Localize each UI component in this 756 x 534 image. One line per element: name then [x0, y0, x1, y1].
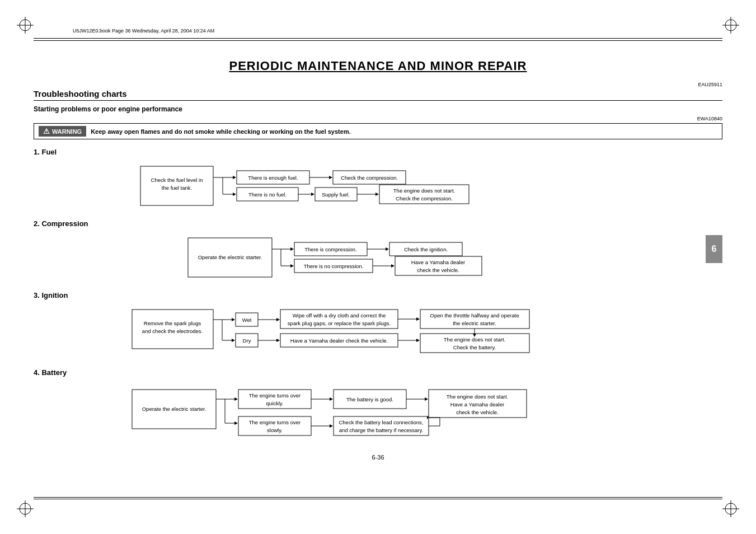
svg-text:and charge the battery if nece: and charge the battery if necessary.	[339, 427, 422, 433]
svg-marker-29	[311, 193, 314, 196]
svg-text:The engine turns over: The engine turns over	[248, 392, 300, 399]
svg-text:slowly.: slowly.	[267, 427, 283, 433]
svg-text:Check the compression.: Check the compression.	[341, 175, 398, 181]
section-heading: Troubleshooting charts	[34, 89, 722, 101]
svg-text:Check the battery lead connect: Check the battery lead connections,	[339, 419, 423, 425]
svg-text:Have a Yamaha dealer check the: Have a Yamaha dealer check the vehicle.	[290, 338, 387, 344]
svg-text:and check the electrodes.: and check the electrodes.	[142, 328, 202, 334]
chapter-tab: 6	[706, 235, 722, 263]
warning-triangle-icon: ⚠	[43, 127, 50, 135]
reg-mark-tl	[17, 17, 34, 34]
bottom-line	[34, 497, 722, 498]
svg-text:There is compression.: There is compression.	[304, 246, 356, 252]
warning-box: ⚠ WARNING Keep away open flames and do n…	[34, 123, 722, 139]
svg-text:There is no fuel.: There is no fuel.	[248, 191, 286, 198]
svg-marker-70	[416, 317, 420, 321]
svg-text:The engine does not start.: The engine does not start.	[393, 188, 454, 194]
svg-marker-44	[386, 247, 389, 251]
svg-text:Have a Yamaha dealer: Have a Yamaha dealer	[411, 259, 464, 265]
svg-text:check the vehicle.: check the vehicle.	[417, 267, 459, 273]
ewa-ref: EWA10840	[34, 116, 722, 121]
battery-title: 4. Battery	[34, 368, 722, 377]
svg-text:spark plug gaps, or replace th: spark plug gaps, or replace the spark pl…	[287, 320, 390, 326]
svg-marker-98	[330, 397, 333, 401]
svg-text:The engine does not start.: The engine does not start.	[446, 394, 508, 400]
svg-marker-114	[330, 424, 333, 428]
svg-text:the fuel tank.: the fuel tank.	[161, 185, 191, 191]
page-number: 6-36	[34, 454, 722, 461]
svg-marker-40	[290, 247, 294, 251]
svg-text:Remove the spark plugs: Remove the spark plugs	[143, 320, 201, 326]
fuel-flowchart: Check the fuel level in the fuel tank. T…	[135, 161, 622, 211]
svg-text:There is enough fuel.: There is enough fuel.	[248, 175, 298, 181]
svg-text:The engine does not start.: The engine does not start.	[443, 336, 505, 343]
svg-marker-33	[375, 193, 379, 196]
svg-marker-76	[232, 339, 235, 342]
warning-label: ⚠ WARNING	[39, 126, 86, 137]
svg-marker-16	[233, 176, 236, 179]
svg-marker-109	[234, 421, 238, 425]
svg-marker-53	[391, 264, 395, 268]
svg-text:Check the fuel level in: Check the fuel level in	[151, 177, 203, 183]
battery-diagram: 4. Battery Operate the electric starter.…	[34, 368, 722, 443]
svg-marker-65	[276, 318, 280, 321]
reg-mark-bl	[17, 500, 34, 517]
svg-text:Operate the electric starter.: Operate the electric starter.	[198, 254, 262, 260]
svg-text:Check the ignition.: Check the ignition.	[403, 246, 447, 252]
ignition-diagram: 3. Ignition Remove the spark plugs and c…	[34, 291, 722, 360]
svg-marker-84	[416, 339, 420, 342]
page-title: PERIODIC MAINTENANCE AND MINOR REPAIR	[34, 59, 722, 73]
compression-diagram: 2. Compression Operate the electric star…	[34, 219, 722, 283]
eau-ref: EAU25911	[34, 82, 722, 87]
svg-text:There is no compression.: There is no compression.	[303, 263, 363, 269]
svg-marker-61	[232, 318, 235, 321]
svg-text:quickly.: quickly.	[266, 400, 283, 406]
page: U5JW12E0.book Page 36 Wednesday, April 2…	[0, 0, 756, 534]
svg-text:Supply fuel.: Supply fuel.	[322, 191, 350, 198]
svg-marker-102	[425, 397, 428, 401]
ignition-title: 3. Ignition	[34, 291, 722, 299]
battery-flowchart: Operate the electric starter. The engine…	[126, 381, 630, 443]
compression-title: 2. Compression	[34, 219, 722, 228]
svg-text:Operate the electric starter.: Operate the electric starter.	[142, 406, 206, 412]
bottom-line2	[34, 499, 722, 499]
svg-text:The engine turns over: The engine turns over	[248, 419, 300, 425]
svg-marker-20	[329, 176, 332, 179]
svg-text:The battery is good.: The battery is good.	[346, 396, 393, 402]
svg-text:Check the compression.: Check the compression.	[396, 195, 453, 202]
ignition-flowchart: Remove the spark plugs and check the ele…	[126, 304, 630, 360]
svg-marker-93	[234, 397, 238, 401]
svg-marker-80	[276, 339, 280, 342]
top-line	[34, 38, 722, 39]
svg-text:Dry: Dry	[242, 338, 251, 344]
reg-mark-br	[722, 500, 739, 517]
warning-text: Keep away open flames and do not smoke w…	[91, 128, 351, 135]
reg-mark-tr	[722, 17, 739, 34]
fuel-title: 1. Fuel	[34, 148, 722, 156]
fuel-diagram: 1. Fuel Check the fuel level in the fuel…	[34, 148, 722, 211]
svg-text:check the vehicle.: check the vehicle.	[456, 409, 499, 415]
svg-text:Wipe off with a dry cloth and : Wipe off with a dry cloth and correct th…	[292, 312, 386, 318]
sub-heading: Starting problems or poor engine perform…	[34, 105, 722, 113]
svg-text:the electric starter.: the electric starter.	[453, 320, 496, 326]
top-line2	[34, 40, 722, 41]
svg-text:Open the throttle halfway and : Open the throttle halfway and operate	[430, 312, 519, 318]
svg-marker-49	[290, 264, 294, 268]
svg-text:Wet: Wet	[242, 317, 251, 323]
svg-text:Check the battery.: Check the battery.	[453, 344, 495, 350]
svg-marker-25	[233, 193, 236, 196]
svg-text:Have a Yamaha dealer: Have a Yamaha dealer	[450, 401, 504, 407]
file-info: U5JW12E0.book Page 36 Wednesday, April 2…	[73, 28, 214, 34]
compression-flowchart: Operate the electric starter. There is c…	[182, 232, 574, 283]
